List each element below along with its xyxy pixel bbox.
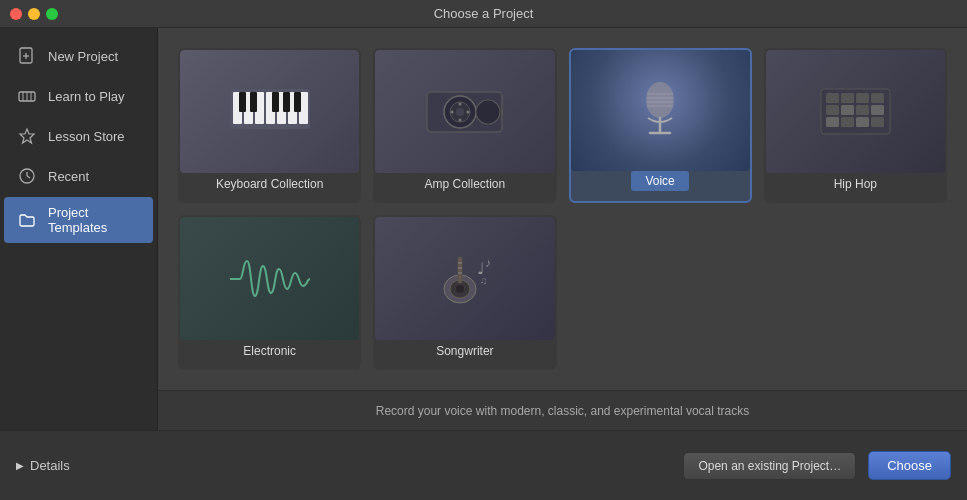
content-area: Keyboard Collection [158,28,967,430]
svg-rect-54 [458,257,462,283]
svg-point-28 [476,100,500,124]
keyboard-icon-area [180,50,359,173]
sidebar-item-label: New Project [48,49,118,64]
svg-rect-49 [856,117,869,127]
songwriter-icon-area: ♩ ♪ ♫ [375,217,554,340]
title-bar: Choose a Project [0,0,967,28]
electronic-icon-area [180,217,359,340]
svg-rect-43 [826,105,839,115]
choose-button[interactable]: Choose [868,451,951,480]
svg-rect-46 [871,105,884,115]
svg-rect-44 [841,105,854,115]
details-toggle[interactable]: ▶ Details [16,458,70,473]
template-label-voice: Voice [631,171,688,191]
clock-icon [16,165,38,187]
window-title: Choose a Project [434,6,534,21]
svg-line-10 [27,176,30,178]
folder-icon [16,209,38,231]
template-card-songwriter[interactable]: ♩ ♪ ♫ Songwriter [373,215,556,370]
svg-point-27 [456,108,464,116]
svg-point-53 [456,285,464,293]
music-note-icon [16,85,38,107]
svg-point-33 [646,82,674,118]
svg-rect-42 [871,93,884,103]
voice-icon-area [571,50,750,171]
svg-rect-20 [250,92,257,112]
template-label-hiphop: Hip Hop [828,173,883,191]
svg-rect-45 [856,105,869,115]
description-text: Record your voice with modern, classic, … [376,404,750,418]
template-card-electronic[interactable]: Electronic [178,215,361,370]
svg-rect-41 [856,93,869,103]
sidebar-item-project-templates[interactable]: Project Templates [4,197,153,243]
description-bar: Record your voice with modern, classic, … [158,390,967,430]
svg-rect-40 [841,93,854,103]
sidebar-item-learn-to-play[interactable]: Learn to Play [4,77,153,115]
star-icon [16,125,38,147]
svg-rect-47 [826,117,839,127]
bottom-bar: ▶ Details Open an existing Project… Choo… [0,430,967,500]
svg-rect-23 [294,92,301,112]
template-card-keyboard[interactable]: Keyboard Collection [178,48,361,203]
doc-plus-icon [16,45,38,67]
open-existing-button[interactable]: Open an existing Project… [683,452,856,480]
template-card-amp[interactable]: Amp Collection [373,48,556,203]
svg-point-30 [459,119,462,122]
svg-rect-21 [272,92,279,112]
minimize-button[interactable] [28,8,40,20]
svg-rect-50 [871,117,884,127]
svg-rect-39 [826,93,839,103]
details-label: Details [30,458,70,473]
amp-icon-area [375,50,554,173]
svg-point-31 [451,111,454,114]
svg-rect-48 [841,117,854,127]
sidebar-item-recent[interactable]: Recent [4,157,153,195]
sidebar: New Project Learn to Play Lesson Store [0,28,158,430]
sidebar-item-label: Learn to Play [48,89,125,104]
sidebar-item-label: Lesson Store [48,129,125,144]
sidebar-item-label: Project Templates [48,205,141,235]
svg-text:♪: ♪ [485,256,491,270]
svg-point-32 [467,111,470,114]
traffic-lights [10,8,58,20]
close-button[interactable] [10,8,22,20]
template-grid: Keyboard Collection [158,28,967,390]
template-card-hiphop[interactable]: Hip Hop [764,48,947,203]
hiphop-icon-area [766,50,945,173]
svg-rect-19 [239,92,246,112]
template-card-voice[interactable]: Voice [569,48,752,203]
sidebar-item-label: Recent [48,169,89,184]
svg-rect-22 [283,92,290,112]
details-arrow-icon: ▶ [16,460,24,471]
svg-point-29 [459,103,462,106]
svg-text:♫: ♫ [480,275,488,286]
sidebar-item-new-project[interactable]: New Project [4,37,153,75]
main-layout: New Project Learn to Play Lesson Store [0,28,967,430]
svg-marker-7 [20,129,34,143]
template-label-amp: Amp Collection [419,173,512,191]
template-label-keyboard: Keyboard Collection [210,173,329,191]
maximize-button[interactable] [46,8,58,20]
template-label-electronic: Electronic [237,340,302,358]
sidebar-item-lesson-store[interactable]: Lesson Store [4,117,153,155]
template-label-songwriter: Songwriter [430,340,499,358]
